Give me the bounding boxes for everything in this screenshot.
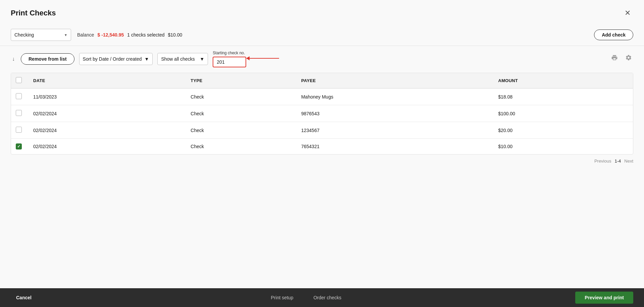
header-payee: PAYEE	[296, 73, 493, 88]
sort-dropdown[interactable]: Sort by Date / Order createdSort by Amou…	[79, 53, 153, 65]
table-row: 02/02/2024 Check 1234567 $20.00	[11, 122, 633, 139]
row-type: Check	[185, 88, 296, 105]
sort-order-icon-button[interactable]: ↓	[11, 55, 16, 63]
table-row: 02/02/2024 Check 9876543 $100.00	[11, 105, 633, 122]
sort-select[interactable]: Sort by Date / Order createdSort by Amou…	[83, 56, 142, 62]
modal-header: Print Checks ✕	[0, 0, 644, 25]
row-checkbox-cell	[11, 139, 28, 155]
print-checks-modal: Print Checks ✕ Checking ▼ Balance $ -12,…	[0, 0, 644, 307]
close-button[interactable]: ✕	[622, 7, 633, 19]
table-row: 11/03/2023 Check Mahoney Mugs $18.08	[11, 88, 633, 105]
header-type: TYPE	[185, 73, 296, 88]
arrow-annotation	[249, 58, 279, 59]
table-body: 11/03/2023 Check Mahoney Mugs $18.08 02/…	[11, 88, 633, 155]
row-amount: $20.00	[493, 122, 633, 139]
page-range: 1-4	[614, 159, 621, 164]
starting-check-wrap: Starting check no.	[213, 51, 246, 67]
balance-label: Balance	[77, 32, 94, 38]
row-payee: 1234567	[296, 122, 493, 139]
select-all-checkbox[interactable]	[16, 77, 22, 83]
row-date: 02/02/2024	[28, 105, 185, 122]
row-date: 02/02/2024	[28, 139, 185, 155]
print-icon-button[interactable]	[610, 53, 619, 64]
footer-center-links: Print setup Order checks	[271, 295, 341, 300]
row-checkbox-2[interactable]	[16, 127, 22, 133]
row-payee: Mahoney Mugs	[296, 88, 493, 105]
row-checkbox-cell	[11, 122, 28, 139]
starting-check-label: Starting check no.	[213, 51, 246, 55]
row-amount: $100.00	[493, 105, 633, 122]
modal-footer: Cancel Print setup Order checks Preview …	[0, 288, 644, 307]
show-checks-dropdown[interactable]: Show all checksShow selectedShow unselec…	[157, 53, 208, 65]
row-type: Check	[185, 139, 296, 155]
print-setup-link[interactable]: Print setup	[271, 295, 293, 300]
remove-from-list-button[interactable]: Remove from list	[21, 53, 74, 65]
table-row: 02/02/2024 Check 7654321 $10.00	[11, 139, 633, 155]
row-checkbox-cell	[11, 88, 28, 105]
row-checkbox-0[interactable]	[16, 93, 22, 99]
right-icons	[610, 53, 633, 65]
balance-amount: $ -12,540.95	[98, 32, 124, 38]
account-select-wrap[interactable]: Checking ▼	[11, 29, 71, 41]
sort-chevron-icon: ▼	[145, 56, 149, 62]
toolbar-row: Checking ▼ Balance $ -12,540.95 1 checks…	[0, 25, 644, 46]
modal-title: Print Checks	[11, 9, 56, 17]
header-amount: AMOUNT	[493, 73, 633, 88]
row-amount: $18.08	[493, 88, 633, 105]
action-row: ↓ Remove from list Sort by Date / Order …	[0, 46, 644, 67]
row-date: 11/03/2023	[28, 88, 185, 105]
settings-icon-button[interactable]	[624, 53, 633, 64]
row-checkbox-cell	[11, 105, 28, 122]
cancel-button[interactable]: Cancel	[11, 292, 37, 303]
preview-and-print-button[interactable]: Preview and print	[575, 292, 633, 304]
row-amount: $10.00	[493, 139, 633, 155]
show-checks-select[interactable]: Show all checksShow selectedShow unselec…	[161, 56, 197, 62]
row-checkbox-1[interactable]	[16, 110, 22, 116]
show-chevron-icon: ▼	[200, 56, 204, 62]
account-select[interactable]: Checking	[14, 32, 62, 38]
arrow-line	[249, 58, 279, 59]
table-header-row: DATE TYPE PAYEE AMOUNT	[11, 73, 633, 88]
order-checks-link[interactable]: Order checks	[313, 295, 341, 300]
row-payee: 9876543	[296, 105, 493, 122]
account-chevron-icon: ▼	[64, 33, 67, 37]
row-type: Check	[185, 122, 296, 139]
row-payee: 7654321	[296, 139, 493, 155]
header-checkbox-col	[11, 73, 28, 88]
checks-total: $10.00	[168, 32, 182, 38]
add-check-button[interactable]: Add check	[594, 29, 633, 40]
next-page-link[interactable]: Next	[624, 159, 633, 164]
row-checkbox-3[interactable]	[16, 143, 22, 149]
checks-table-wrap: DATE TYPE PAYEE AMOUNT 11/03/2023 Check …	[11, 73, 633, 155]
pagination-row: Previous 1-4 Next	[0, 155, 644, 168]
checks-table: DATE TYPE PAYEE AMOUNT 11/03/2023 Check …	[11, 73, 633, 154]
balance-info: Balance $ -12,540.95 1 checks selected $…	[77, 32, 182, 38]
previous-page-link[interactable]: Previous	[594, 159, 611, 164]
row-type: Check	[185, 105, 296, 122]
header-date: DATE	[28, 73, 185, 88]
starting-check-input[interactable]	[213, 57, 246, 67]
checks-selected-label: 1 checks selected	[127, 32, 164, 38]
row-date: 02/02/2024	[28, 122, 185, 139]
